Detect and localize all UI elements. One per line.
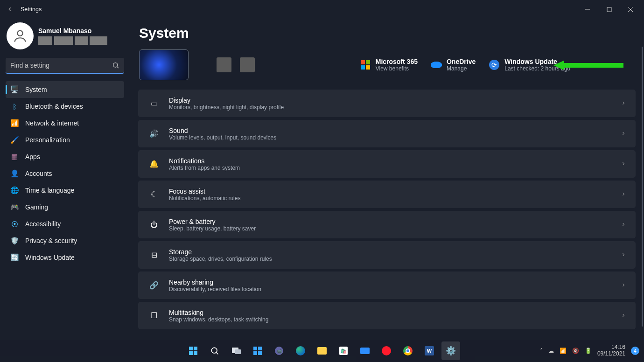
- moon-icon: ☾: [147, 190, 161, 199]
- settings-button[interactable]: ⚙️: [441, 341, 460, 360]
- page-title: System: [139, 25, 636, 41]
- svg-rect-18: [258, 347, 262, 350]
- svg-rect-10: [194, 347, 197, 350]
- scrollbar[interactable]: [642, 47, 643, 327]
- sidebar-item-label: Time & language: [25, 187, 74, 194]
- row-title: Nearby sharing: [169, 278, 261, 286]
- accessibility-icon: ⦿: [10, 220, 19, 228]
- chrome-button[interactable]: [399, 341, 417, 360]
- svg-rect-19: [253, 351, 257, 355]
- titlebar: Settings: [0, 0, 644, 19]
- sidebar-item-label: System: [25, 86, 47, 93]
- search-button[interactable]: [205, 341, 224, 360]
- minimize-button[interactable]: [577, 2, 598, 17]
- row-title: Notifications: [169, 157, 240, 165]
- edge-button[interactable]: [291, 341, 310, 360]
- sidebar-item-bluetooth-devices[interactable]: ᛒBluetooth & devices: [6, 98, 124, 115]
- nav-list: 🖥️SystemᛒBluetooth & devices📶Network & i…: [6, 81, 124, 266]
- svg-rect-9: [189, 347, 193, 350]
- chevron-right-icon: [621, 130, 626, 138]
- placeholder-box: [217, 57, 231, 72]
- volume-tray-icon[interactable]: 🔇: [572, 348, 579, 354]
- chevron-right-icon: [621, 251, 626, 259]
- clock[interactable]: 14:16 09/11/2021: [597, 344, 625, 357]
- sidebar-item-gaming[interactable]: 🎮Gaming: [6, 199, 124, 216]
- gamepad-icon: 🎮: [10, 203, 19, 211]
- settings-row-power-battery[interactable]: ⏻Power & batterySleep, battery usage, ba…: [138, 211, 636, 238]
- row-title: Display: [169, 97, 284, 104]
- teams-button[interactable]: 📹: [270, 341, 288, 360]
- paint-icon: 🖌️: [10, 136, 19, 144]
- profile-email-redacted: [38, 36, 107, 45]
- share-icon: 🔗: [147, 281, 161, 290]
- opera-button[interactable]: [377, 341, 396, 360]
- bluetooth-icon: ᛒ: [10, 103, 19, 111]
- settings-row-storage[interactable]: ⊟StorageStorage space, drives, configura…: [138, 241, 636, 269]
- row-title: Storage: [169, 248, 272, 256]
- sidebar-item-system[interactable]: 🖥️System: [6, 81, 124, 98]
- explorer-button[interactable]: [313, 341, 331, 360]
- svg-rect-1: [607, 7, 611, 12]
- tile-title: OneDrive: [447, 58, 476, 65]
- sidebar-item-time-language[interactable]: 🌐Time & language: [6, 182, 124, 199]
- placeholder-box: [240, 57, 255, 72]
- chevron-right-icon: [621, 99, 626, 108]
- taskbar-tray[interactable]: ˄ ☁ 📶 🔇 🔋 14:16 09/11/2021 4: [540, 344, 639, 357]
- close-button[interactable]: [620, 2, 641, 17]
- tile-title: Microsoft 365: [376, 58, 418, 65]
- search-box[interactable]: [6, 58, 124, 74]
- avatar: [7, 22, 34, 49]
- update-icon: ⟳: [489, 59, 500, 70]
- sidebar-item-accessibility[interactable]: ⦿Accessibility: [6, 216, 124, 232]
- taskbar-center: 📹 🛍️ W ⚙️: [184, 341, 460, 360]
- multitask-icon: ❐: [147, 311, 161, 320]
- store-button[interactable]: 🛍️: [334, 341, 353, 360]
- device-thumbnail[interactable]: [139, 49, 189, 80]
- sidebar-item-label: Windows Update: [25, 254, 75, 261]
- chevron-right-icon: [621, 221, 626, 229]
- settings-row-notifications[interactable]: 🔔NotificationsAlerts from apps and syste…: [138, 150, 636, 178]
- row-subtitle: Sleep, battery usage, battery saver: [169, 225, 256, 232]
- battery-tray-icon[interactable]: 🔋: [585, 348, 592, 354]
- tile-ms365[interactable]: Microsoft 365 View benefits: [360, 58, 418, 72]
- chevron-right-icon: [621, 160, 626, 168]
- sidebar-item-label: Personalization: [25, 136, 70, 144]
- tray-chevron-icon[interactable]: ˄: [540, 348, 543, 354]
- wifi-tray-icon[interactable]: 📶: [560, 348, 567, 354]
- person-icon: 👤: [10, 169, 19, 178]
- start-button[interactable]: [184, 341, 203, 360]
- row-subtitle: Snap windows, desktops, task switching: [169, 316, 268, 323]
- globe-icon: 🌐: [10, 186, 19, 195]
- microsoft-icon: [360, 59, 371, 70]
- display-icon: ▭: [147, 99, 161, 108]
- chevron-right-icon: [621, 312, 626, 320]
- search-input[interactable]: [6, 58, 124, 74]
- row-title: Power & battery: [169, 218, 256, 225]
- maximize-button[interactable]: [598, 2, 620, 17]
- tile-sub: View benefits: [376, 65, 418, 72]
- sidebar-item-label: Network & internet: [25, 119, 79, 127]
- mail-button[interactable]: [356, 341, 374, 360]
- word-button[interactable]: W: [420, 341, 439, 360]
- profile[interactable]: Samuel Mbanaso: [6, 22, 124, 49]
- notifications-badge[interactable]: 4: [631, 347, 639, 355]
- widgets-button[interactable]: [248, 341, 267, 360]
- sidebar-item-privacy-security[interactable]: 🛡️Privacy & security: [6, 232, 124, 249]
- tile-onedrive[interactable]: OneDrive Manage: [431, 58, 476, 72]
- svg-point-5: [113, 63, 118, 67]
- sidebar-item-network-internet[interactable]: 📶Network & internet: [6, 115, 124, 132]
- settings-row-nearby-sharing[interactable]: 🔗Nearby sharingDiscoverability, received…: [138, 272, 636, 299]
- tile-sub: Manage: [447, 65, 476, 72]
- settings-row-multitasking[interactable]: ❐MultitaskingSnap windows, desktops, tas…: [138, 302, 636, 329]
- sidebar-item-apps[interactable]: ▦Apps: [6, 148, 124, 165]
- onedrive-tray-icon[interactable]: ☁: [548, 348, 554, 354]
- back-button[interactable]: [6, 5, 14, 14]
- sidebar-item-windows-update[interactable]: 🔄Windows Update: [6, 249, 124, 266]
- settings-row-focus-assist[interactable]: ☾Focus assistNotifications, automatic ru…: [138, 181, 636, 208]
- sidebar-item-accounts[interactable]: 👤Accounts: [6, 165, 124, 182]
- settings-row-sound[interactable]: 🔊SoundVolume levels, output, input, soun…: [138, 120, 636, 147]
- row-title: Focus assist: [169, 188, 240, 195]
- taskview-button[interactable]: [227, 341, 245, 360]
- settings-row-display[interactable]: ▭DisplayMonitors, brightness, night ligh…: [138, 90, 636, 117]
- sidebar-item-personalization[interactable]: 🖌️Personalization: [6, 132, 124, 148]
